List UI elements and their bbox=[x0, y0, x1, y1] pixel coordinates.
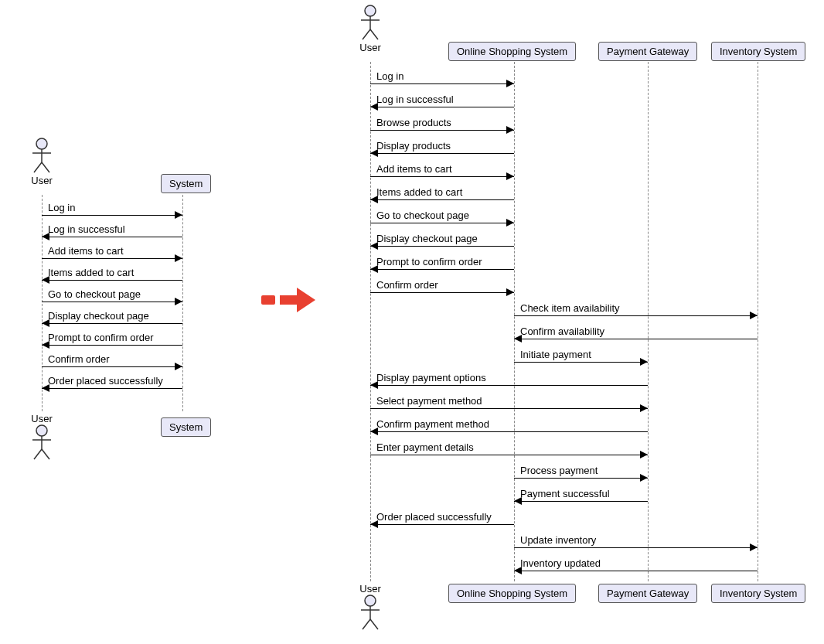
arrowhead-icon bbox=[514, 567, 522, 574]
message-label: Confirm payment method bbox=[376, 418, 489, 430]
svg-line-22 bbox=[370, 619, 378, 629]
message-line bbox=[370, 455, 648, 455]
message-label: Log in bbox=[48, 202, 75, 213]
arrowhead-icon bbox=[42, 233, 49, 240]
arrowhead-icon bbox=[640, 404, 648, 412]
message-line bbox=[514, 571, 758, 571]
message-line bbox=[42, 280, 182, 281]
arrowhead-icon bbox=[370, 103, 378, 111]
message-label: Display checkout page bbox=[376, 233, 478, 244]
message-label: Prompt to confirm order bbox=[376, 256, 482, 267]
message-line bbox=[514, 362, 648, 363]
arrowhead-icon bbox=[175, 211, 182, 219]
message-line bbox=[370, 83, 514, 84]
message-label: Order placed successfully bbox=[48, 375, 163, 387]
transition-arrow-icon bbox=[261, 286, 315, 316]
message-label: Inventory updated bbox=[520, 557, 601, 569]
message-label: Initiate payment bbox=[520, 349, 591, 360]
left-actor-bottom: User bbox=[26, 411, 57, 460]
message-line bbox=[514, 547, 758, 548]
message-line bbox=[42, 302, 182, 302]
svg-marker-12 bbox=[297, 288, 315, 312]
message-line bbox=[370, 408, 648, 409]
right-p1-top: Online Shopping System bbox=[448, 42, 576, 61]
arrowhead-icon bbox=[370, 428, 378, 435]
message-label: Process payment bbox=[520, 465, 598, 476]
message-line bbox=[370, 153, 514, 154]
message-label: Log in bbox=[376, 70, 403, 82]
arrowhead-icon bbox=[42, 276, 49, 284]
arrowhead-icon bbox=[506, 219, 514, 227]
message-label: Check item availability bbox=[520, 302, 620, 314]
diagram-canvas: User System Log inLog in successfulAdd i… bbox=[0, 0, 824, 644]
message-label: Display payment options bbox=[376, 372, 486, 383]
arrowhead-icon bbox=[506, 80, 514, 87]
arrowhead-icon bbox=[514, 335, 522, 342]
svg-point-0 bbox=[36, 138, 47, 149]
arrowhead-icon bbox=[370, 520, 378, 528]
right-lifeline-p3 bbox=[758, 62, 758, 581]
svg-rect-10 bbox=[261, 295, 275, 305]
message-line bbox=[42, 323, 182, 324]
arrowhead-icon bbox=[175, 298, 182, 305]
svg-line-9 bbox=[42, 449, 49, 459]
right-actor-bottom-label: User bbox=[355, 583, 386, 595]
arrowhead-icon bbox=[42, 384, 49, 392]
left-system-top: System bbox=[161, 174, 211, 193]
message-line bbox=[370, 223, 514, 223]
arrowhead-icon bbox=[175, 363, 182, 370]
right-p2-top: Payment Gateway bbox=[598, 42, 697, 61]
message-line bbox=[370, 431, 648, 432]
left-actor-top-label: User bbox=[26, 175, 57, 186]
arrowhead-icon bbox=[640, 474, 648, 482]
message-label: Display products bbox=[376, 140, 451, 152]
right-p2-bottom: Payment Gateway bbox=[598, 584, 697, 603]
right-actor-top-label: User bbox=[355, 42, 386, 53]
user-icon bbox=[31, 138, 53, 173]
message-label: Items added to cart bbox=[48, 267, 134, 278]
arrowhead-icon bbox=[514, 497, 522, 505]
arrowhead-icon bbox=[370, 265, 378, 273]
right-lifeline-user bbox=[370, 62, 371, 581]
arrowhead-icon bbox=[370, 196, 378, 203]
left-lifeline-user bbox=[42, 195, 43, 411]
message-line bbox=[370, 524, 514, 525]
message-label: Confirm order bbox=[376, 279, 438, 291]
message-line bbox=[42, 366, 182, 367]
message-label: Go to checkout page bbox=[48, 288, 141, 300]
message-label: Confirm order bbox=[48, 353, 109, 365]
message-line bbox=[370, 269, 514, 270]
svg-line-8 bbox=[34, 449, 42, 459]
message-line bbox=[42, 345, 182, 346]
message-line bbox=[42, 258, 182, 259]
message-line bbox=[370, 130, 514, 131]
message-line bbox=[514, 339, 758, 339]
message-line bbox=[514, 501, 648, 502]
message-line bbox=[370, 292, 514, 293]
arrowhead-icon bbox=[42, 319, 49, 327]
message-label: Add items to cart bbox=[376, 163, 452, 175]
left-actor-top: User bbox=[26, 138, 57, 186]
message-label: Select payment method bbox=[376, 395, 482, 407]
svg-line-21 bbox=[363, 619, 370, 629]
arrowhead-icon bbox=[750, 312, 758, 319]
arrowhead-icon bbox=[640, 358, 648, 366]
arrowhead-icon bbox=[506, 172, 514, 180]
message-line bbox=[370, 176, 514, 177]
svg-line-16 bbox=[363, 29, 370, 39]
message-label: Prompt to confirm order bbox=[48, 332, 154, 343]
message-label: Display checkout page bbox=[48, 310, 149, 322]
user-icon bbox=[31, 424, 53, 460]
message-line bbox=[42, 215, 182, 216]
message-line bbox=[42, 388, 182, 389]
arrowhead-icon bbox=[750, 543, 758, 551]
svg-rect-11 bbox=[280, 295, 297, 305]
message-label: Confirm availability bbox=[520, 325, 604, 337]
right-p1-bottom: Online Shopping System bbox=[448, 584, 576, 603]
message-line bbox=[370, 385, 648, 386]
left-system-bottom: System bbox=[161, 417, 211, 437]
arrowhead-icon bbox=[506, 126, 514, 134]
right-actor-top: User bbox=[355, 5, 386, 53]
message-line bbox=[514, 315, 758, 316]
message-line bbox=[370, 107, 514, 107]
